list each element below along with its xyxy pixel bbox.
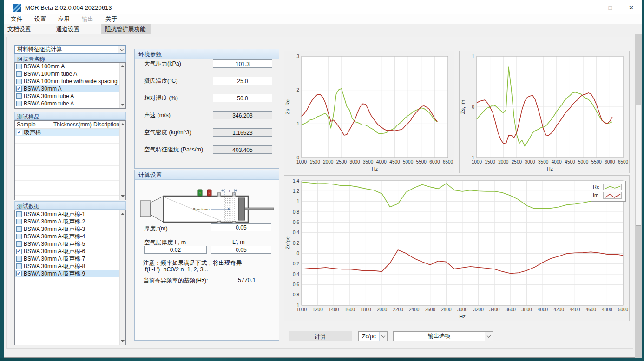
checkbox[interactable] — [16, 226, 22, 232]
scroll-up-icon[interactable] — [121, 123, 125, 125]
svg-text:2: 2 — [296, 87, 299, 92]
svg-text:-0.2: -0.2 — [291, 261, 300, 266]
data-list-item[interactable]: BSWA 30mm A-吸声棉-6 — [15, 248, 119, 255]
tab[interactable]: 通道设置 — [53, 24, 102, 34]
quantity-dropdown[interactable]: Zc/ρc — [358, 331, 388, 341]
checkbox[interactable] — [16, 256, 22, 262]
svg-text:1000: 1000 — [472, 159, 482, 164]
env-field-input[interactable]: 346.203 — [213, 111, 272, 119]
svg-text:0.2: 0.2 — [293, 241, 299, 246]
thickness-input[interactable]: 0.05 — [211, 223, 271, 231]
checkbox[interactable] — [16, 79, 22, 84]
main-scrollbar[interactable] — [635, 34, 642, 358]
minimize-button[interactable]: — — [579, 0, 600, 14]
checkbox[interactable] — [16, 219, 22, 224]
tube-list-item[interactable]: BSWA 100mm tube with wide spacing — [15, 78, 119, 85]
svg-text:1: 1 — [472, 54, 474, 59]
data-list-item[interactable]: BSWA 30mm A-吸声棉-2 — [15, 218, 119, 225]
checkbox[interactable] — [16, 241, 22, 247]
main-scrollbar-thumb[interactable] — [636, 105, 641, 226]
tube-list-item-label: BSWA 30mm tube A — [24, 93, 74, 99]
tube-list-item[interactable]: BSWA 100mm tube A — [15, 70, 119, 78]
checkbox[interactable] — [16, 101, 22, 106]
env-field-input[interactable]: 101.3 — [213, 59, 272, 68]
menu-item[interactable]: 应用 — [54, 14, 74, 24]
tube-section-header: 阻抗管名称 — [14, 54, 126, 62]
menu-item[interactable]: 设置 — [30, 14, 50, 24]
calculate-button[interactable]: 计算 — [289, 331, 352, 341]
checkbox[interactable] — [16, 93, 22, 99]
tube-list-item-label: BSWA 100mm tube with wide spacing — [24, 78, 118, 85]
env-field-row: 大气压力(kPa)101.3 — [144, 59, 272, 68]
scroll-down-icon[interactable] — [121, 340, 125, 342]
checkbox[interactable] — [16, 71, 22, 77]
svg-text:1: 1 — [296, 199, 299, 204]
tube-list-item[interactable]: BSWA 100mm A — [15, 63, 119, 70]
tube-list-item-label: BSWA 60mm tube A — [24, 100, 74, 107]
l-prime-input[interactable]: 0.05 — [211, 246, 271, 254]
env-field-input[interactable]: 50.0 — [213, 94, 272, 102]
env-field-input[interactable]: 1.16523 — [213, 128, 272, 137]
scroll-down-icon[interactable] — [121, 104, 125, 106]
data-section-header: 测试数据 — [14, 201, 126, 210]
checkbox[interactable] — [16, 249, 22, 254]
menu-item[interactable]: 文件 — [7, 14, 26, 24]
checkbox[interactable] — [17, 130, 22, 135]
data-list-scrollbar[interactable] — [119, 210, 125, 345]
data-list-item-label: BSWA 30mm A-吸声棉-3 — [24, 225, 85, 233]
tab[interactable]: 阻抗管扩展功能 — [102, 24, 151, 34]
data-list-item-label: BSWA 30mm A-吸声棉-4 — [24, 233, 85, 241]
svg-text:0.4: 0.4 — [293, 230, 299, 235]
tab[interactable]: 文档设置 — [4, 24, 53, 34]
svg-text:t: t — [229, 189, 230, 193]
svg-text:2200: 2200 — [393, 307, 403, 312]
env-field-input[interactable]: 403.405 — [213, 145, 272, 154]
tube-list-item[interactable]: BSWA 30mm A — [15, 85, 119, 92]
tube-list-item[interactable]: BSWA 30mm tube A — [15, 92, 119, 100]
checkbox[interactable] — [16, 271, 22, 276]
svg-text:0: 0 — [296, 155, 299, 160]
data-list-item[interactable]: BSWA 30mm A-吸声棉-1 — [15, 210, 119, 218]
minimize-icon: — — [586, 4, 592, 11]
legend-line-re-icon — [603, 184, 622, 190]
checkbox[interactable] — [16, 263, 22, 269]
svg-text:-0.8: -0.8 — [291, 292, 300, 297]
menu-item[interactable]: 关于 — [101, 14, 121, 24]
menu-item[interactable]: 输出 — [78, 14, 98, 24]
data-list-item[interactable]: BSWA 30mm A-吸声棉-8 — [15, 263, 119, 270]
calculation-panel-body: 1 2 t L Specimen — [135, 180, 279, 340]
checkbox[interactable] — [16, 211, 22, 217]
svg-text:5500: 5500 — [591, 159, 602, 164]
svg-text:3000: 3000 — [525, 159, 535, 164]
svg-text:Zs, Re: Zs, Re — [285, 99, 290, 114]
data-list-item[interactable]: BSWA 30mm A-吸声棉-5 — [15, 240, 119, 248]
data-list-item[interactable]: BSWA 30mm A-吸声棉-9 — [15, 270, 119, 277]
data-list-item[interactable]: BSWA 30mm A-吸声棉-3 — [15, 225, 119, 233]
checkbox[interactable] — [16, 86, 22, 92]
checkbox[interactable] — [16, 234, 22, 239]
svg-text:4000: 4000 — [376, 159, 387, 164]
calc-type-value: 材料特征阻抗计算 — [15, 46, 118, 53]
close-icon: ✕ — [629, 4, 634, 11]
calc-type-dropdown[interactable]: 材料特征阻抗计算 — [14, 45, 126, 54]
svg-text:Hz: Hz — [547, 166, 553, 171]
data-list-item-label: BSWA 30mm A-吸声棉-2 — [24, 218, 85, 226]
svg-text:-0.6: -0.6 — [291, 282, 300, 287]
svg-text:6000: 6000 — [429, 159, 440, 164]
scroll-up-icon[interactable] — [121, 213, 125, 215]
env-field-input[interactable]: 25.0 — [213, 77, 272, 85]
output-options-dropdown[interactable]: 输出选项 — [393, 331, 493, 341]
checkbox[interactable] — [16, 64, 22, 69]
tube-list-item[interactable]: BSWA 60mm tube A — [15, 100, 119, 107]
close-button[interactable]: ✕ — [621, 0, 642, 14]
tube-list-scrollbar[interactable] — [119, 63, 125, 108]
svg-text:0: 0 — [472, 105, 474, 110]
scroll-down-icon[interactable] — [121, 195, 125, 197]
data-list-item[interactable]: BSWA 30mm A-吸声棉-4 — [15, 233, 119, 240]
sample-table-scrollbar[interactable] — [119, 121, 125, 200]
sample-row[interactable]: 吸声棉 — [15, 129, 119, 136]
data-list-item[interactable]: BSWA 30mm A-吸声棉-7 — [15, 255, 119, 263]
svg-text:2000: 2000 — [323, 159, 334, 164]
scroll-up-icon[interactable] — [121, 65, 125, 67]
air-layer-input[interactable]: 0.02 — [144, 246, 207, 254]
